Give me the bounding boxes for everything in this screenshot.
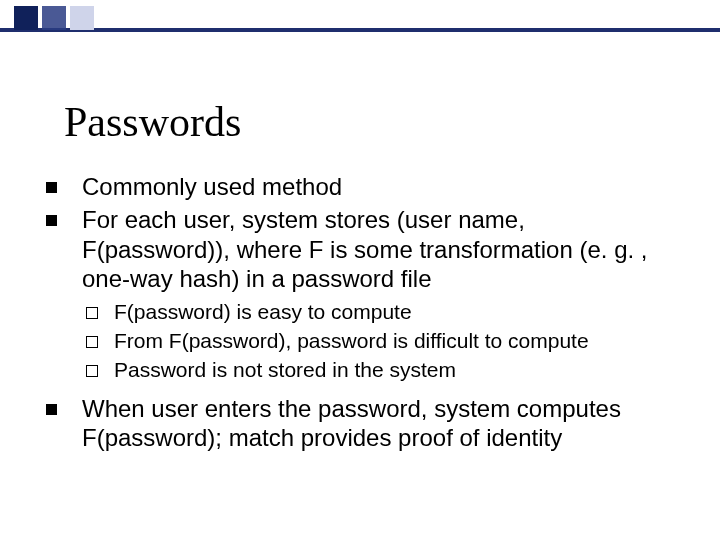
bullet-text: Commonly used method xyxy=(82,173,342,200)
sub-bullet-item: F(password) is easy to compute xyxy=(82,299,678,326)
slide-body: Commonly used methodFor each user, syste… xyxy=(42,172,678,456)
header-rule xyxy=(0,28,720,32)
slide-title: Passwords xyxy=(64,98,241,146)
bullet-item: When user enters the password, system co… xyxy=(42,394,678,453)
bullet-list: Commonly used methodFor each user, syste… xyxy=(42,172,678,452)
deco-square xyxy=(42,6,66,30)
slide: Passwords Commonly used methodFor each u… xyxy=(0,0,720,540)
deco-square xyxy=(14,6,38,30)
header-decoration xyxy=(0,0,720,36)
bullet-text: For each user, system stores (user name,… xyxy=(82,206,648,292)
deco-square xyxy=(70,6,94,30)
sub-bullet-item: Password is not stored in the system xyxy=(82,357,678,384)
sub-bullet-list: F(password) is easy to computeFrom F(pas… xyxy=(82,299,678,384)
bullet-item: Commonly used method xyxy=(42,172,678,201)
bullet-text: When user enters the password, system co… xyxy=(82,395,621,451)
sub-bullet-item: From F(password), password is difficult … xyxy=(82,328,678,355)
bullet-item: For each user, system stores (user name,… xyxy=(42,205,678,383)
